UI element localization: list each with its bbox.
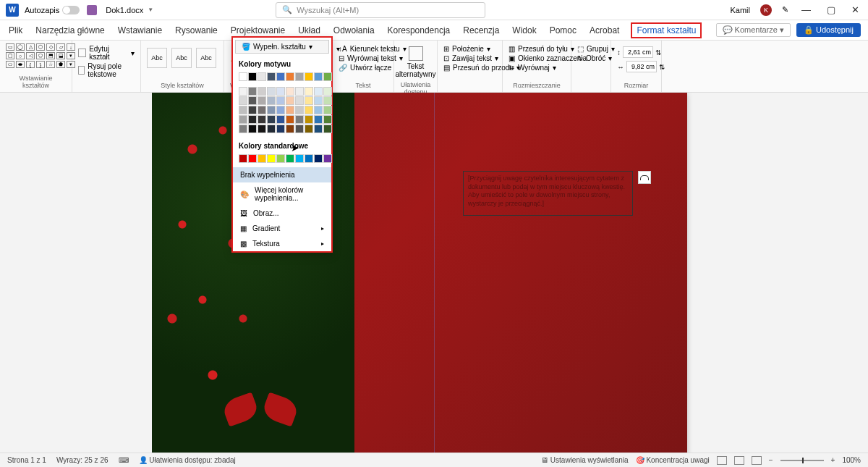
color-swatch[interactable] — [295, 87, 304, 96]
text-box[interactable]: [Przyciągnij uwagę czytelnika interesują… — [463, 171, 633, 216]
color-swatch[interactable] — [286, 154, 294, 163]
document-name[interactable]: Dok1.docx — [106, 6, 143, 14]
color-swatch[interactable] — [258, 96, 266, 105]
search-input[interactable]: 🔍 Wyszukaj (Alt+M) — [276, 2, 485, 18]
text-direction-button[interactable]: ↕AKierunek tekstu ▾ — [339, 45, 388, 53]
color-swatch[interactable] — [314, 115, 323, 124]
draw-textbox-button[interactable]: Rysuj pole tekstowe — [78, 62, 135, 78]
tab-home[interactable]: Narzędzia główne — [34, 22, 106, 38]
gradient-item[interactable]: ▦Gradient▸ — [233, 221, 331, 236]
tab-review[interactable]: Recenzja — [461, 22, 501, 38]
color-swatch[interactable] — [258, 154, 266, 163]
color-swatch[interactable] — [286, 96, 294, 105]
color-swatch[interactable] — [323, 115, 332, 124]
group-button[interactable]: ⬚Grupuj ▾ — [577, 45, 605, 53]
user-name[interactable]: Kamil — [730, 6, 750, 14]
maximize-button[interactable]: ▢ — [824, 4, 838, 15]
picture-fill-item[interactable]: 🖼Obraz... — [233, 206, 331, 221]
color-swatch[interactable] — [248, 72, 257, 81]
edit-shape-button[interactable]: Edytuj kształt ▾ — [78, 45, 135, 61]
color-swatch[interactable] — [248, 154, 257, 163]
color-swatch[interactable] — [267, 87, 276, 96]
color-swatch[interactable] — [295, 96, 304, 105]
color-swatch[interactable] — [286, 125, 294, 133]
color-swatch[interactable] — [258, 115, 266, 124]
color-swatch[interactable] — [239, 87, 247, 96]
rotate-button[interactable]: ↻Obróć ▾ — [577, 54, 605, 62]
word-count[interactable]: Wyrazy: 25 z 26 — [56, 456, 109, 464]
page-indicator[interactable]: Strona 1 z 1 — [7, 456, 46, 464]
color-swatch[interactable] — [258, 72, 266, 81]
color-swatch[interactable] — [295, 125, 304, 133]
bring-forward-button[interactable]: ▤Przesuń do przodu ▾ — [443, 64, 496, 72]
standard-colors-grid[interactable] — [233, 153, 331, 167]
color-swatch[interactable] — [248, 106, 257, 114]
color-swatch[interactable] — [314, 154, 323, 163]
display-settings[interactable]: 🖥 Ustawienia wyświetlania — [541, 456, 629, 464]
tab-shape-format[interactable]: Format kształtu — [631, 22, 702, 38]
tab-mailings[interactable]: Korespondencja — [386, 22, 452, 38]
web-layout-icon[interactable] — [752, 456, 762, 465]
color-swatch[interactable] — [323, 125, 332, 133]
save-icon[interactable] — [87, 5, 97, 15]
color-swatch[interactable] — [258, 106, 266, 114]
wrap-text-button[interactable]: ⊡Zawijaj tekst ▾ — [443, 54, 496, 62]
read-mode-icon[interactable] — [717, 456, 727, 465]
color-swatch[interactable] — [295, 115, 304, 124]
color-swatch[interactable] — [295, 106, 304, 114]
color-swatch[interactable] — [248, 115, 257, 124]
close-button[interactable]: ✕ — [848, 4, 862, 15]
tab-draw[interactable]: Rysowanie — [174, 22, 219, 38]
color-swatch[interactable] — [239, 154, 247, 163]
color-swatch[interactable] — [323, 106, 332, 114]
tab-acrobat[interactable]: Acrobat — [588, 22, 621, 38]
color-swatch[interactable] — [258, 87, 266, 96]
send-backward-button[interactable]: ▥Przesuń do tyłu ▾ — [509, 45, 565, 53]
color-swatch[interactable] — [305, 115, 313, 124]
theme-colors-grid[interactable] — [233, 71, 331, 85]
color-swatch[interactable] — [239, 96, 247, 105]
color-swatch[interactable] — [239, 106, 247, 114]
color-swatch[interactable] — [323, 72, 332, 81]
color-swatch[interactable] — [276, 87, 285, 96]
layout-options-icon[interactable] — [638, 171, 651, 184]
color-swatch[interactable] — [239, 115, 247, 124]
create-link-button[interactable]: 🔗Utwórz łącze — [339, 64, 388, 72]
tab-insert[interactable]: Wstawianie — [116, 22, 163, 38]
color-swatch[interactable] — [276, 72, 285, 81]
language-icon[interactable]: ⌨ — [119, 456, 129, 464]
pen-icon[interactable]: ✎ — [782, 5, 788, 14]
tab-help[interactable]: Pomoc — [548, 22, 578, 38]
zoom-in-button[interactable]: + — [831, 456, 835, 464]
share-button[interactable]: 🔒 Udostępnij — [796, 23, 861, 37]
color-swatch[interactable] — [248, 96, 257, 105]
color-swatch[interactable] — [305, 96, 313, 105]
color-swatch[interactable] — [286, 106, 294, 114]
zoom-out-button[interactable]: − — [769, 456, 773, 464]
color-swatch[interactable] — [295, 72, 304, 81]
chevron-down-icon[interactable]: ▼ — [148, 7, 153, 13]
color-swatch[interactable] — [295, 154, 304, 163]
color-swatch[interactable] — [323, 96, 332, 105]
color-swatch[interactable] — [305, 87, 313, 96]
color-swatch[interactable] — [286, 72, 294, 81]
color-swatch[interactable] — [267, 96, 276, 105]
tab-references[interactable]: Odwołania — [332, 22, 376, 38]
color-swatch[interactable] — [267, 115, 276, 124]
color-swatch[interactable] — [314, 125, 323, 133]
color-swatch[interactable] — [305, 125, 313, 133]
color-swatch[interactable] — [276, 125, 285, 133]
color-swatch[interactable] — [267, 125, 276, 133]
color-swatch[interactable] — [239, 125, 247, 133]
color-swatch[interactable] — [286, 115, 294, 124]
focus-mode[interactable]: 🎯 Koncentracja uwagi — [636, 456, 710, 464]
color-swatch[interactable] — [286, 87, 294, 96]
width-input[interactable]: ↔⇅ — [617, 61, 655, 72]
texture-item[interactable]: ▩Tekstura▸ — [233, 236, 331, 251]
tab-view[interactable]: Widok — [511, 22, 537, 38]
comments-button[interactable]: 💬 Komentarze ▾ — [716, 23, 791, 37]
color-swatch[interactable] — [314, 96, 323, 105]
color-swatch[interactable] — [267, 106, 276, 114]
color-swatch[interactable] — [323, 87, 332, 96]
accessibility-status[interactable]: 👤 Ułatwienia dostępu: zbadaj — [139, 456, 236, 464]
